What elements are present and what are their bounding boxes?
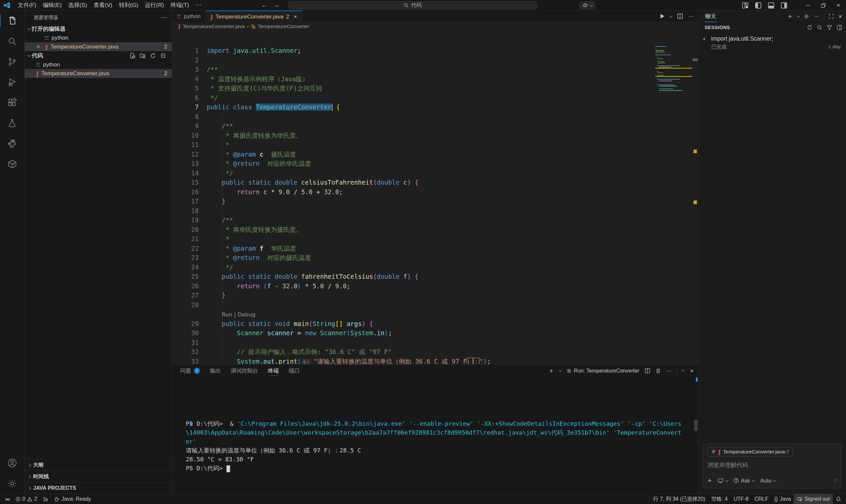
customize-layout-icon[interactable] [742, 2, 748, 8]
split-terminal-icon[interactable] [645, 368, 650, 374]
line-content[interactable]: System.out.print(s:"请输入要转换的温度与单位（例如 36.6… [207, 357, 490, 365]
tab-TemperatureConverter.java[interactable]: JTemperatureConverter.java2× [206, 11, 302, 22]
code-line[interactable]: 21 * [172, 234, 655, 244]
sidebar-more-actions-icon[interactable]: ⋯ [161, 14, 167, 21]
line-content[interactable]: // 提示用户输入，格式示例: "36.6 C" 或 "97 F" [207, 347, 392, 357]
cursor-position[interactable]: 行 7, 列 34 (已选择20) [650, 494, 708, 504]
code-line[interactable]: 14 */ [172, 168, 655, 178]
menu-item-0[interactable]: 文件(F) [15, 0, 40, 10]
split-view-icon[interactable] [837, 25, 842, 30]
code-editor[interactable]: 1import java.util.Scanner;23/**4 * 温度转换器… [172, 31, 698, 364]
menu-item-5[interactable]: 运行(R) [141, 0, 167, 10]
terminal[interactable]: ●PS D:\代码> & 'C:\Program Files\Java\jdk-… [172, 377, 698, 494]
code-line[interactable]: 32 // 提示用户输入，格式示例: "36.6 C" 或 "97 F" [172, 347, 655, 357]
sidebar-section-时间线[interactable]: 时间线 [25, 471, 172, 482]
code-line[interactable]: 7public class TemperatureConverter { [172, 102, 655, 112]
indentation-status[interactable]: 空格: 4 [708, 494, 731, 504]
filter-icon[interactable] [827, 25, 832, 30]
terminal-line[interactable]: ●PS D:\代码> & 'C:\Program Files\Java\jdk-… [186, 419, 692, 428]
code-line[interactable]: 26 return (f - 32.0) * 5.0 / 9.0; [172, 282, 655, 291]
new-chat-icon[interactable]: + [788, 13, 792, 20]
code-line[interactable]: 20 * 将华氏度转换为摄氏度。 [172, 225, 655, 234]
code-line[interactable]: 3/** [172, 65, 655, 74]
code-line[interactable]: 23 * @return 对应的摄氏温度 [172, 253, 655, 263]
refresh-icon[interactable] [807, 25, 812, 30]
language-mode[interactable]: {} Java [771, 494, 794, 504]
activity-settings[interactable] [0, 473, 25, 494]
menu-item-3[interactable]: 查看(V) [90, 0, 116, 10]
eol-status[interactable]: CRLF [752, 494, 771, 504]
code-line[interactable]: 16 return c * 9.0 / 5.0 + 32.0; [172, 187, 655, 197]
activity-extensions[interactable] [0, 92, 25, 113]
command-decoration-icon[interactable]: ○ [188, 464, 195, 473]
code-line[interactable]: 4 * 温度转换器示例程序（Java版） [172, 74, 655, 84]
chevron-down-icon[interactable] [797, 14, 800, 18]
file-row-TemperatureConverter.java[interactable]: ×JTemperatureConverter.java2 [25, 42, 172, 51]
problems-status[interactable]: 0 2 [13, 494, 40, 504]
close-tab-icon[interactable]: × [294, 14, 297, 20]
encoding-status[interactable]: UTF-8 [731, 494, 752, 504]
new-folder-icon[interactable] [140, 53, 145, 58]
codelens-row[interactable]: Run | Debug [172, 309, 655, 319]
code-line[interactable]: 22 * @param f 华氏温度 [172, 244, 655, 253]
command-center-search[interactable]: 代码 [288, 1, 537, 9]
collapse-all-icon[interactable] [160, 53, 166, 58]
code-line[interactable]: 8 [172, 112, 655, 122]
new-terminal-icon[interactable]: + [550, 367, 553, 375]
terminal-line[interactable]: 请输入要转换的温度与单位（例如 36.6 C 或 97 F）：28.5 C [186, 446, 692, 455]
code-line[interactable]: 5 * 支持摄氏度(C)与华氏度(F)之间互转 [172, 84, 655, 93]
toggle-primary-sidebar-icon[interactable] [755, 2, 761, 8]
chevron-down-icon[interactable] [559, 368, 562, 372]
menu-item-2[interactable]: 选择(S) [65, 0, 90, 10]
editor-more-actions-icon[interactable]: ⋯ [688, 13, 694, 19]
window-close-button[interactable]: × [831, 0, 846, 11]
terminal-line[interactable]: er' [186, 437, 692, 446]
panel-tab-端口[interactable]: 端口 [289, 365, 300, 377]
code-line[interactable]: 1import java.util.Scanner; [172, 46, 655, 55]
expand-chat-icon[interactable] [829, 14, 834, 19]
menu-item-4[interactable]: 转到(G) [116, 0, 142, 10]
terminal-instance[interactable]: Run: TemperatureConverter [566, 368, 639, 374]
code-line[interactable]: 13 * @return 对应的华氏温度 [172, 159, 655, 168]
code-line[interactable]: 30 Scanner scanner = new Scanner(System.… [172, 328, 655, 338]
debug-status-icon[interactable] [40, 494, 51, 504]
line-content[interactable]: * 将摄氏度转换为华氏度。 [207, 131, 302, 140]
chat-more-actions-icon[interactable]: ⋯ [814, 13, 819, 19]
split-editor-icon[interactable] [677, 13, 683, 19]
close-panel-icon[interactable]: × [690, 367, 694, 375]
nav-back-button[interactable]: ← [261, 2, 267, 9]
file-row-python[interactable]: python [25, 60, 172, 69]
attach-context-icon[interactable]: + [707, 476, 712, 485]
command-decoration-icon[interactable]: ● [188, 419, 195, 428]
terminal-line[interactable]: 28.50 °C = 83.30 °F [186, 455, 692, 464]
line-content[interactable]: public class TemperatureConverter { [207, 102, 340, 112]
new-file-icon[interactable] [130, 53, 135, 58]
file-row-python[interactable]: python [25, 33, 172, 42]
menu-item-7[interactable]: ⋯ [192, 0, 205, 10]
line-content[interactable]: } [207, 197, 225, 206]
code-line[interactable]: 29 public static void main(String[] args… [172, 319, 655, 329]
gear-icon[interactable] [804, 14, 809, 19]
line-content[interactable]: /** [207, 215, 233, 225]
line-content[interactable]: /** [207, 121, 233, 131]
toggle-panel-icon[interactable] [768, 2, 774, 8]
code-line[interactable]: 25 public static double fahrenheitToCels… [172, 272, 655, 282]
line-content[interactable]: Scanner scanner = new Scanner(System.in)… [207, 328, 392, 338]
line-content[interactable]: public static double celsiusToFahrenheit… [207, 178, 418, 187]
line-content[interactable]: * @return 对应的摄氏温度 [207, 253, 311, 263]
chevron-down-icon[interactable] [670, 14, 673, 18]
codelens-debug-link[interactable]: Debug [238, 311, 256, 318]
code-line[interactable]: 11 * [172, 140, 655, 150]
line-content[interactable]: * 将华氏度转换为摄氏度。 [207, 225, 302, 234]
code-line[interactable]: 10 * 将摄氏度转换为华氏度。 [172, 131, 655, 140]
code-line[interactable]: 18 [172, 206, 655, 216]
code-line[interactable]: 17 } [172, 197, 655, 206]
refresh-icon[interactable] [150, 53, 156, 58]
code-line[interactable]: 24 */ [172, 263, 655, 272]
line-content[interactable]: } [207, 291, 225, 300]
code-line[interactable]: 33 System.out.print(s:"请输入要转换的温度与单位（例如 3… [172, 357, 655, 365]
nav-forward-button[interactable]: → [273, 2, 280, 9]
code-line[interactable]: 6 */ [172, 93, 655, 103]
run-java-button[interactable] [660, 14, 664, 18]
code-line[interactable]: 19 /** [172, 215, 655, 225]
